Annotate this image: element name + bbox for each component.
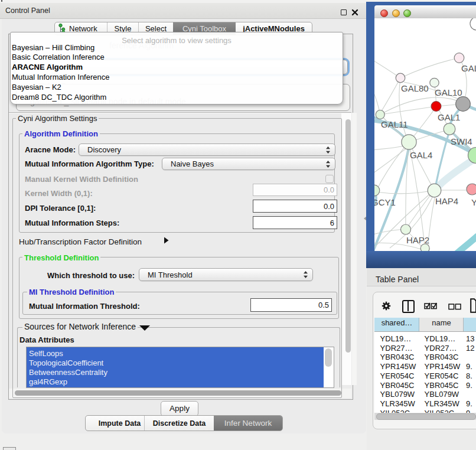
svg-text:GCY1: GCY1 [374,197,396,207]
svg-text:GAL4: GAL4 [410,150,432,160]
svg-text:YJR0: YJR0 [471,197,476,207]
svg-text:GAL2: GAL2 [461,63,476,73]
svg-text:GAL10: GAL10 [435,87,462,97]
svg-text:HAP4: HAP4 [435,196,458,206]
svg-text:HAP2: HAP2 [406,235,429,245]
svg-text:GAL11: GAL11 [381,119,408,129]
svg-text:GAL1: GAL1 [438,112,460,122]
svg-text:SWI4: SWI4 [451,136,472,146]
svg-text:GAL80: GAL80 [401,83,429,93]
